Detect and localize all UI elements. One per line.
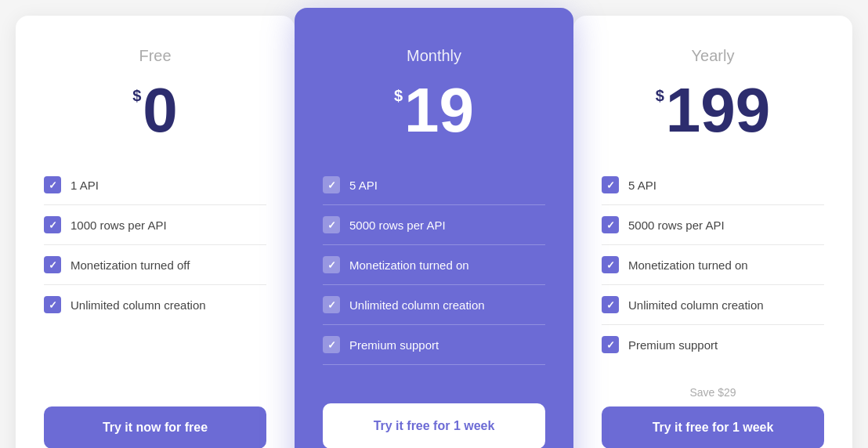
price-wrapper-yearly: $199 <box>602 79 824 142</box>
features-list-monthly: 5 API5000 rows per APIMonetization turne… <box>323 165 545 381</box>
feature-label: 5 API <box>349 179 378 192</box>
price-number-free: 0 <box>143 79 178 142</box>
plan-name-monthly: Monthly <box>323 47 545 65</box>
feature-label: 5 API <box>628 179 656 192</box>
cta-button-yearly[interactable]: Try it free for 1 week <box>602 406 824 448</box>
list-item: Unlimited column creation <box>323 285 545 325</box>
feature-label: Monetization turned off <box>71 258 190 272</box>
features-list-free: 1 API1000 rows per APIMonetization turne… <box>44 165 266 385</box>
check-icon <box>323 216 340 233</box>
check-icon <box>44 176 61 193</box>
check-icon <box>44 296 61 313</box>
check-icon <box>44 216 61 233</box>
list-item: Premium support <box>602 325 824 364</box>
check-icon <box>44 256 61 273</box>
feature-label: Premium support <box>628 338 718 352</box>
price-number-monthly: 19 <box>404 79 474 142</box>
feature-label: Unlimited column creation <box>628 298 764 312</box>
feature-label: Monetization turned on <box>349 258 469 272</box>
plan-name-yearly: Yearly <box>602 47 824 65</box>
feature-label: Unlimited column creation <box>349 298 485 312</box>
plan-card-yearly: Yearly$1995 API5000 rows per APIMonetiza… <box>573 16 852 448</box>
feature-label: 5000 rows per API <box>349 219 446 232</box>
check-icon <box>323 296 340 313</box>
price-symbol-free: $ <box>132 87 141 105</box>
price-number-yearly: 199 <box>666 79 770 142</box>
list-item: 5 API <box>323 165 545 205</box>
list-item: 1 API <box>44 165 266 205</box>
feature-label: Unlimited column creation <box>71 298 206 312</box>
pricing-container: Free$01 API1000 rows per APIMonetization… <box>16 16 852 448</box>
plan-name-free: Free <box>44 47 266 65</box>
price-wrapper-free: $0 <box>44 79 266 142</box>
cta-button-monthly[interactable]: Try it free for 1 week <box>323 403 545 448</box>
list-item: 5000 rows per API <box>323 205 545 245</box>
list-item: 1000 rows per API <box>44 205 266 245</box>
list-item: 5 API <box>602 165 824 205</box>
list-item: Monetization turned on <box>602 245 824 285</box>
price-symbol-yearly: $ <box>656 87 664 105</box>
check-icon <box>323 256 340 273</box>
list-item: Monetization turned off <box>44 245 266 285</box>
feature-label: Monetization turned on <box>628 258 748 272</box>
list-item: Premium support <box>323 325 545 365</box>
cta-button-free[interactable]: Try it now for free <box>44 406 266 448</box>
check-icon <box>602 176 619 193</box>
check-icon <box>323 336 340 353</box>
check-icon <box>602 256 619 273</box>
check-icon <box>602 216 619 233</box>
price-symbol-monthly: $ <box>394 87 403 105</box>
check-icon <box>602 296 619 313</box>
list-item: 5000 rows per API <box>602 205 824 245</box>
feature-label: 1000 rows per API <box>71 219 167 232</box>
features-list-yearly: 5 API5000 rows per APIMonetization turne… <box>602 165 824 364</box>
feature-label: Premium support <box>349 338 439 352</box>
list-item: Unlimited column creation <box>602 285 824 325</box>
save-text-yearly: Save $29 <box>602 386 824 399</box>
plan-card-free: Free$01 API1000 rows per APIMonetization… <box>16 16 295 448</box>
check-icon <box>602 336 619 353</box>
feature-label: 5000 rows per API <box>628 219 725 232</box>
check-icon <box>323 176 340 193</box>
plan-card-monthly: Monthly$195 API5000 rows per APIMonetiza… <box>295 8 573 448</box>
list-item: Monetization turned on <box>323 245 545 285</box>
price-wrapper-monthly: $19 <box>323 79 545 142</box>
list-item: Unlimited column creation <box>44 285 266 324</box>
feature-label: 1 API <box>71 179 99 192</box>
